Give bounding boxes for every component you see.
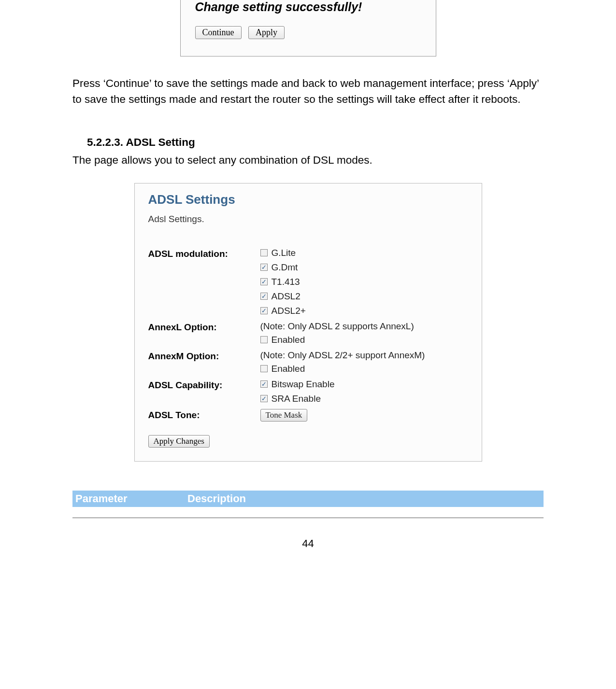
- dialog-title: Change setting successfully!: [195, 0, 436, 14]
- opt-glite-label: G.Lite: [272, 248, 296, 258]
- row-modulation: ADSL modulation: G.Lite ✓ G.Dmt ✓ T1.413…: [148, 248, 468, 320]
- parameter-table: Parameter Description: [72, 491, 544, 507]
- apply-button[interactable]: Apply: [248, 26, 285, 39]
- page-number: 44: [72, 537, 544, 550]
- panel-description: Adsl Settings.: [148, 214, 468, 225]
- opt-bitswap[interactable]: ✓ Bitswap Enable: [260, 379, 468, 390]
- checkbox-annexm[interactable]: [260, 365, 268, 372]
- opt-gdmt[interactable]: ✓ G.Dmt: [260, 262, 468, 273]
- tone-label: ADSL Tone:: [148, 409, 260, 421]
- checkbox-gdmt[interactable]: ✓: [260, 264, 268, 271]
- col-parameter: Parameter: [72, 491, 185, 507]
- capability-label: ADSL Capability:: [148, 379, 260, 391]
- opt-t1413-label: T1.413: [272, 277, 300, 287]
- row-capability: ADSL Capability: ✓ Bitswap Enable ✓ SRA …: [148, 379, 468, 408]
- annexm-enabled-label: Enabled: [272, 364, 305, 374]
- annexl-label: AnnexL Option:: [148, 321, 260, 333]
- continue-button[interactable]: Continue: [195, 26, 242, 39]
- row-annexm: AnnexM Option: (Note: Only ADSL 2/2+ sup…: [148, 350, 468, 378]
- opt-adsl2[interactable]: ✓ ADSL2: [260, 291, 468, 302]
- apply-changes-button[interactable]: Apply Changes: [148, 435, 210, 448]
- footer-divider: [72, 518, 544, 518]
- opt-glite[interactable]: G.Lite: [260, 248, 468, 258]
- checkbox-adsl2plus[interactable]: ✓: [260, 307, 268, 314]
- tone-mask-button[interactable]: Tone Mask: [260, 409, 308, 422]
- success-dialog: Change setting successfully! Continue Ap…: [180, 0, 436, 56]
- checkbox-bitswap[interactable]: ✓: [260, 380, 268, 388]
- sra-label: SRA Enable: [272, 394, 321, 404]
- checkbox-sra[interactable]: ✓: [260, 395, 268, 402]
- section-intro: The page allows you to select any combin…: [72, 153, 544, 169]
- opt-adsl2-label: ADSL2: [272, 291, 301, 302]
- row-tone: ADSL Tone: Tone Mask: [148, 409, 468, 422]
- annexm-note: (Note: Only ADSL 2/2+ support AnnexM): [260, 350, 468, 361]
- row-annexl: AnnexL Option: (Note: Only ADSL 2 suppor…: [148, 321, 468, 349]
- instruction-paragraph: Press ‘Continue’ to save the settings ma…: [72, 76, 544, 107]
- opt-t1413[interactable]: ✓ T1.413: [260, 277, 468, 287]
- bitswap-label: Bitswap Enable: [272, 379, 335, 390]
- checkbox-t1413[interactable]: ✓: [260, 278, 268, 285]
- opt-adsl2plus[interactable]: ✓ ADSL2+: [260, 306, 468, 316]
- parameter-table-header: Parameter Description: [72, 491, 544, 507]
- opt-adsl2plus-label: ADSL2+: [272, 306, 306, 316]
- col-description: Description: [185, 491, 544, 507]
- opt-annexl-enabled[interactable]: Enabled: [260, 335, 468, 345]
- section-heading: 5.2.2.3. ADSL Setting: [87, 136, 544, 149]
- annexm-label: AnnexM Option:: [148, 350, 260, 362]
- checkbox-adsl2[interactable]: ✓: [260, 293, 268, 300]
- opt-annexm-enabled[interactable]: Enabled: [260, 364, 468, 374]
- opt-gdmt-label: G.Dmt: [272, 262, 298, 273]
- opt-sra[interactable]: ✓ SRA Enable: [260, 394, 468, 404]
- checkbox-annexl[interactable]: [260, 336, 268, 343]
- panel-title: ADSL Settings: [148, 192, 468, 207]
- checkbox-glite[interactable]: [260, 249, 268, 256]
- modulation-label: ADSL modulation:: [148, 248, 260, 259]
- annexl-note: (Note: Only ADSL 2 supports AnnexL): [260, 321, 468, 332]
- annexl-enabled-label: Enabled: [272, 335, 305, 345]
- adsl-settings-panel: ADSL Settings Adsl Settings. ADSL modula…: [134, 183, 482, 462]
